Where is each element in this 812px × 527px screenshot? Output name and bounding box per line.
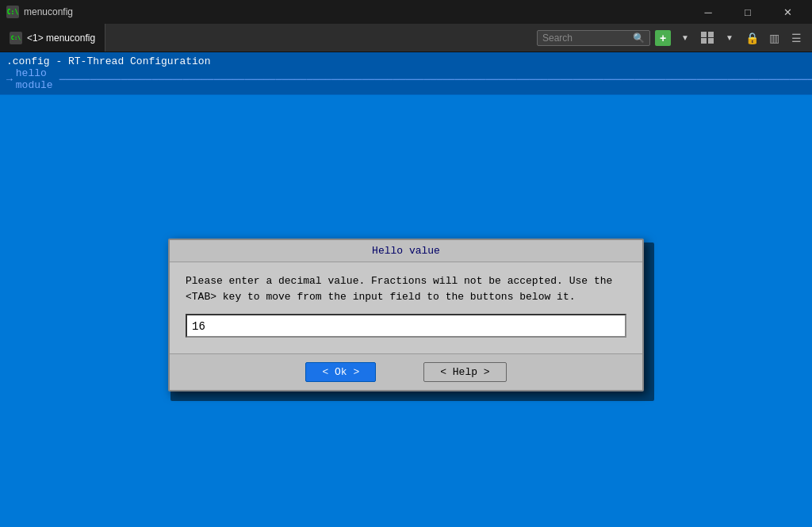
dialog-message: Please enter a decimal value. Fractions … <box>186 273 626 304</box>
dialog-input-wrapper[interactable] <box>186 314 626 338</box>
minimize-button[interactable]: ─ <box>690 0 726 24</box>
breadcrumb-bar: .config - RT-Thread Configuration → hell… <box>0 52 812 95</box>
maximize-button[interactable]: □ <box>730 0 766 24</box>
titlebar-left: C:\ menuconfig <box>6 6 73 18</box>
dropdown-arrow[interactable]: ▼ <box>676 29 695 48</box>
breadcrumb-line1: .config - RT-Thread Configuration <box>6 55 806 67</box>
dialog-footer: < Ok > < Help > <box>170 353 642 390</box>
window-controls: ─ □ ✕ <box>690 0 806 24</box>
dialog-input-field[interactable] <box>192 320 620 333</box>
app-icon: C:\ <box>6 6 19 18</box>
dropdown-arrow2[interactable]: ▼ <box>720 29 739 48</box>
tab-label: <1> menuconfig <box>27 32 95 44</box>
menu-icon[interactable]: ☰ <box>787 29 806 48</box>
main-content: Hello value Please enter a decimal value… <box>0 95 812 527</box>
help-button[interactable]: < Help > <box>423 362 506 382</box>
view-toggle[interactable] <box>698 29 717 48</box>
window-title: menuconfig <box>24 6 73 17</box>
ok-button[interactable]: < Ok > <box>305 362 376 382</box>
dialog-overlay: Hello value Please enter a decimal value… <box>0 95 812 527</box>
dialog-message-line2: <TAB> key to move from the input field t… <box>186 291 575 303</box>
search-input[interactable] <box>542 32 630 44</box>
breadcrumb-separator: ────────────────────────────────────────… <box>59 74 812 86</box>
dialog-message-line1: Please enter a decimal value. Fractions … <box>186 275 612 287</box>
grid-icon <box>701 32 714 44</box>
toolbar-right: 🔍 + ▼ ▼ 🔒 ▥ ☰ <box>537 24 812 52</box>
search-box[interactable]: 🔍 <box>537 30 650 46</box>
search-icon: 🔍 <box>633 32 645 44</box>
breadcrumb-arrow: → <box>6 74 13 86</box>
titlebar: C:\ menuconfig ─ □ ✕ <box>0 0 812 24</box>
tab-icon: C:\ <box>10 32 22 44</box>
tabbar: C:\ <1> menuconfig 🔍 + ▼ ▼ 🔒 ▥ ☰ <box>0 24 812 52</box>
breadcrumb-line2: → hello module ─────────────────────────… <box>6 67 806 91</box>
breadcrumb-item[interactable]: hello module <box>16 67 53 91</box>
dialog-title: Hello value <box>170 240 642 262</box>
plus-icon: + <box>655 30 671 46</box>
dialog-body: Please enter a decimal value. Fractions … <box>170 262 642 353</box>
hello-value-dialog: Hello value Please enter a decimal value… <box>168 239 644 391</box>
split-view-icon[interactable]: ▥ <box>764 29 783 48</box>
close-button[interactable]: ✕ <box>769 0 806 24</box>
add-button[interactable]: + <box>653 29 672 48</box>
lock-icon[interactable]: 🔒 <box>742 29 761 48</box>
tab-menuconfig[interactable]: C:\ <1> menuconfig <box>0 24 105 52</box>
